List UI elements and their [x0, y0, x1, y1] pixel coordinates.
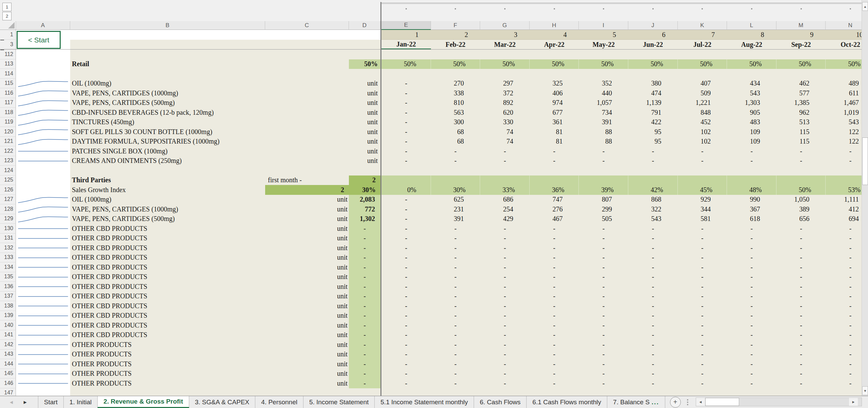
cell-D112[interactable] [349, 50, 380, 59]
cell-I121[interactable]: 88 [579, 137, 628, 147]
cell-J139[interactable]: - [628, 311, 678, 321]
cell-L128[interactable]: 367 [727, 204, 776, 214]
cell-C113[interactable] [265, 59, 349, 69]
cell-L115[interactable]: 434 [727, 79, 776, 89]
cell-M144[interactable]: - [776, 359, 826, 369]
cell-M133[interactable]: - [776, 253, 826, 263]
cell-C119[interactable] [265, 117, 349, 127]
cell-I137[interactable]: - [579, 292, 628, 301]
cell-H121[interactable]: 81 [530, 137, 579, 147]
cell-C1[interactable] [265, 30, 349, 40]
cell-N121[interactable]: 122 [826, 137, 862, 147]
cell-G139[interactable]: - [480, 311, 530, 321]
cell-K135[interactable]: - [678, 272, 727, 282]
cell-K1[interactable]: 7 [678, 30, 727, 39]
cell-H133[interactable]: - [530, 253, 579, 263]
cell-I135[interactable]: - [579, 272, 628, 282]
cell-B139[interactable]: OTHER CBD PRODUCTS [70, 311, 265, 321]
cell-F146[interactable]: - [431, 378, 480, 388]
cell-K136[interactable]: - [678, 282, 727, 292]
cell-A136[interactable] [16, 282, 70, 292]
cell-C116[interactable] [265, 88, 349, 98]
cell-B143[interactable]: OTHER PRODUCTS [70, 350, 265, 359]
cell-A135[interactable] [16, 272, 70, 282]
cell-B145[interactable]: OTHER PRODUCTS [70, 369, 265, 379]
horizontal-scrollbar-thumb[interactable] [705, 398, 739, 406]
cell-G143[interactable]: - [480, 350, 530, 359]
cell-E122[interactable]: - [381, 146, 431, 156]
cell-G130[interactable]: - [480, 224, 530, 234]
cell-F125[interactable] [431, 175, 480, 185]
cell-A147[interactable] [16, 388, 70, 396]
cell-J146[interactable]: - [628, 378, 678, 388]
cell-L140[interactable]: - [727, 320, 776, 330]
cell-L114[interactable] [727, 69, 776, 79]
cell-N114[interactable] [826, 69, 862, 79]
cell-N141[interactable]: - [826, 330, 862, 340]
cell-J135[interactable]: - [628, 272, 678, 282]
cell-D119[interactable]: unit [349, 117, 380, 127]
cell-J132[interactable]: - [628, 243, 678, 253]
cell-K142[interactable]: - [678, 340, 727, 350]
sheet-tab-5-income-statement[interactable]: 5. Income Statement [303, 396, 375, 408]
cell-M136[interactable]: - [776, 282, 826, 292]
cell-F132[interactable]: - [431, 243, 480, 253]
cell-N122[interactable]: - [826, 146, 862, 156]
cell-D137[interactable]: - [349, 292, 380, 301]
cell-C136[interactable]: unit [265, 282, 349, 292]
cell-L3[interactable]: Aug-22 [727, 40, 776, 49]
cell-K139[interactable]: - [678, 311, 727, 321]
cell-E138[interactable]: - [381, 301, 431, 311]
cell-H116[interactable]: 406 [530, 88, 579, 98]
column-header-L[interactable]: L [727, 21, 776, 30]
cell-H135[interactable]: - [530, 272, 579, 282]
cell-B144[interactable]: OTHER PRODUCTS [70, 359, 265, 369]
cell-J116[interactable]: 474 [628, 88, 678, 98]
cell-F120[interactable]: 68 [431, 127, 480, 137]
cell-D121[interactable]: unit [349, 137, 380, 147]
cell-M143[interactable]: - [776, 350, 826, 359]
cell-E126[interactable]: 0% [381, 185, 431, 195]
cell-J126[interactable]: 42% [628, 185, 678, 195]
cell-M3[interactable]: Sep-22 [776, 40, 826, 49]
cell-A134[interactable] [16, 262, 70, 272]
cell-E125[interactable] [381, 175, 431, 185]
cell-H145[interactable]: - [530, 369, 579, 379]
cell-N3[interactable]: Oct-22 [826, 40, 862, 49]
cell-D144[interactable]: - [349, 359, 380, 369]
row-header-137[interactable]: 137 [0, 292, 16, 301]
cell-F122[interactable]: - [431, 146, 480, 156]
cell-F118[interactable]: 563 [431, 108, 480, 117]
cell-E1[interactable]: 1 [381, 30, 431, 39]
tab-nav-right-icon[interactable]: ► [23, 399, 28, 405]
cell-J128[interactable]: 322 [628, 204, 678, 214]
cell-B140[interactable]: OTHER CBD PRODUCTS [70, 320, 265, 330]
cell-K112[interactable] [678, 50, 727, 59]
cell-A129[interactable] [16, 214, 70, 224]
sheet-tab-6-cash-flows[interactable]: 6. Cash Flows [474, 396, 527, 408]
cell-J138[interactable]: - [628, 301, 678, 311]
cell-K132[interactable]: - [678, 243, 727, 253]
cell-L130[interactable]: - [727, 224, 776, 234]
cell-G138[interactable]: - [480, 301, 530, 311]
cell-F126[interactable]: 30% [431, 185, 480, 195]
cell-L141[interactable]: - [727, 330, 776, 340]
cell-L118[interactable]: 905 [727, 108, 776, 117]
cell-N131[interactable]: - [826, 234, 862, 243]
sheet-tab-5-1-income-statement-monthly[interactable]: 5.1 Income Statement monthly [375, 396, 474, 408]
cell-C131[interactable]: unit [265, 234, 349, 243]
cell-B121[interactable]: DAYTIME FORMULA, SUPPOSITARIES (1000mg) [70, 137, 265, 147]
cell-E139[interactable]: - [381, 311, 431, 321]
cell-M118[interactable]: 962 [776, 108, 826, 117]
cell-B131[interactable]: OTHER CBD PRODUCTS [70, 234, 265, 243]
sheet-tab-4-personnel[interactable]: 4. Personnel [255, 396, 303, 408]
row-header-138[interactable]: 138 [0, 301, 16, 311]
cell-I3[interactable]: May-22 [579, 40, 628, 49]
cell-G112[interactable] [480, 50, 530, 59]
cell-E143[interactable]: - [381, 350, 431, 359]
cell-F139[interactable]: - [431, 311, 480, 321]
cell-L131[interactable]: - [727, 234, 776, 243]
cell-N117[interactable]: 1,467 [826, 98, 862, 108]
row-header-116[interactable]: 116 [0, 88, 16, 98]
cell-C141[interactable]: unit [265, 330, 349, 340]
